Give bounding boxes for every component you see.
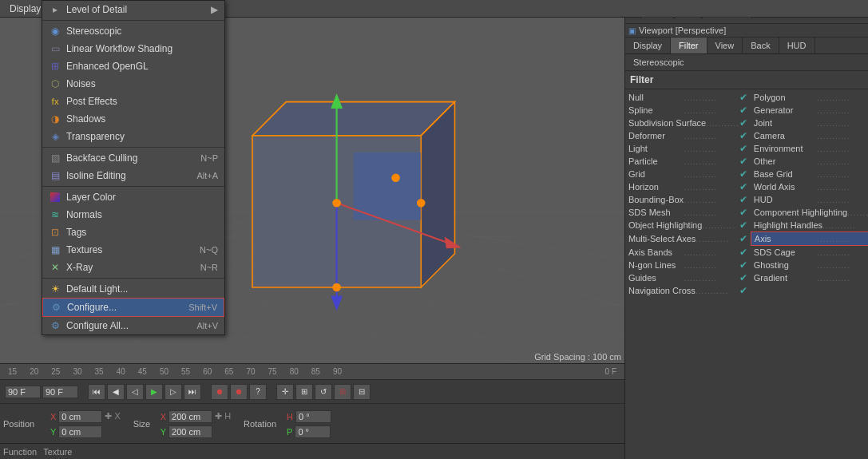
tab-function[interactable]: Function bbox=[3, 447, 37, 457]
start-frame-input[interactable] bbox=[5, 386, 41, 398]
filter-item-deformer[interactable]: Deformer ...........✔ bbox=[625, 129, 751, 142]
menu-item-default-light[interactable]: ☀ Default Light... bbox=[42, 280, 224, 298]
tags-label: Tags bbox=[66, 227, 86, 238]
menu-item-enhanced-opengl[interactable]: ⊞ Enhanced OpenGL bbox=[42, 57, 224, 75]
shadows-label: Shadows bbox=[66, 113, 105, 125]
rotation-p-input[interactable] bbox=[295, 425, 331, 438]
options-dropdown: ▸ Level of Detail ▶ ◉ Stereoscopic ▭ Lin… bbox=[42, 0, 225, 335]
filter-item-guides[interactable]: Guides ...........✔ bbox=[625, 271, 751, 284]
xray-icon: ✕ bbox=[49, 261, 61, 274]
menu-item-isoline[interactable]: ▤ Isoline Editing Alt+A bbox=[42, 167, 224, 184]
size-y-input[interactable] bbox=[168, 425, 212, 438]
filter-item-world-axis[interactable]: World Axis ...........✔ bbox=[751, 180, 868, 193]
filter-item-generator[interactable]: Generator ...........✔ bbox=[751, 104, 868, 117]
filter-item-light[interactable]: Light ...........✔ bbox=[625, 142, 751, 155]
menu-item-normals[interactable]: ≋ Normals bbox=[42, 206, 224, 224]
menu-item-configure-all[interactable]: ⚙ Configure All... Alt+V bbox=[42, 317, 224, 334]
prev-frame-btn[interactable]: ◀ bbox=[107, 384, 125, 400]
menu-item-noises[interactable]: ⬡ Noises bbox=[42, 75, 224, 93]
filter-item-highlight-handles[interactable]: Highlight Handles ...........✔ bbox=[751, 219, 868, 231]
filter-item-camera[interactable]: Camera ...........✔ bbox=[751, 129, 868, 142]
menu-item-transparency[interactable]: ◈ Transparency bbox=[42, 128, 224, 145]
tab-back[interactable]: Back bbox=[743, 38, 779, 53]
menu-item-tags[interactable]: ⊡ Tags bbox=[42, 224, 224, 241]
timeline-ruler: 15 20 25 30 35 40 45 50 55 60 65 70 75 8… bbox=[0, 364, 624, 380]
filter-item-other[interactable]: Other ...........✔ bbox=[751, 155, 868, 168]
tab-stereoscopic[interactable]: Stereoscopic bbox=[625, 54, 692, 70]
menu-item-configure[interactable]: ⚙ Configure... Shift+V bbox=[42, 298, 224, 317]
goto-start-btn[interactable]: ⏮ bbox=[88, 384, 105, 400]
separator3 bbox=[42, 186, 224, 187]
menu-item-level-of-detail[interactable]: ▸ Level of Detail ▶ bbox=[42, 1, 224, 18]
tab-filter[interactable]: Filter bbox=[671, 38, 707, 53]
help-btn[interactable]: ? bbox=[249, 384, 267, 400]
filter-item-multi-select-axes[interactable]: Multi-Select Axes ...........✔ bbox=[625, 231, 751, 246]
position-x-input[interactable] bbox=[58, 410, 102, 423]
filter-item-axis-bands[interactable]: Axis Bands ...........✔ bbox=[625, 246, 751, 259]
filter-item-spline[interactable]: Spline ...........✔ bbox=[625, 104, 751, 117]
tab-texture[interactable]: Texture bbox=[43, 447, 72, 457]
enhanced-opengl-label: Enhanced OpenGL bbox=[66, 61, 149, 72]
move-tool-btn[interactable]: ✛ bbox=[276, 384, 294, 400]
tab-hud[interactable]: HUD bbox=[779, 38, 815, 53]
position-y-input[interactable] bbox=[58, 425, 102, 438]
menu-item-post-effects[interactable]: fx Post Effects bbox=[42, 93, 224, 110]
filter-item-environment[interactable]: Environment ...........✔ bbox=[751, 142, 868, 155]
end-frame-input[interactable] bbox=[42, 386, 78, 398]
filter-tab-bar: Display Filter View Back HUD bbox=[625, 38, 868, 54]
filter-item-object-highlighting[interactable]: Object Highlighting ...........✔ bbox=[625, 219, 751, 231]
menu-item-textures[interactable]: ▦ Textures N~Q bbox=[42, 241, 224, 259]
filter-item-ghosting[interactable]: Ghosting ...........✔ bbox=[751, 259, 868, 271]
menu-item-layer-color[interactable]: Layer Color bbox=[42, 188, 224, 206]
filter-item-navigation-cross[interactable]: Navigation Cross ...........✔ bbox=[625, 284, 751, 297]
rotate-tool-btn[interactable]: ↺ bbox=[315, 384, 332, 400]
filter-item-subdivision-surface[interactable]: Subdivision Surface ...........✔ bbox=[625, 117, 751, 129]
next-frame-btn[interactable]: ▷ bbox=[164, 384, 182, 400]
linear-workflow-icon: ▭ bbox=[49, 42, 61, 55]
post-effects-label: Post Effects bbox=[66, 96, 117, 107]
play-btn[interactable]: ▶ bbox=[145, 384, 163, 400]
play-reverse-btn[interactable]: ◁ bbox=[126, 384, 144, 400]
menu-item-stereoscopic[interactable]: ◉ Stereoscopic bbox=[42, 22, 224, 40]
filter-item-base-grid[interactable]: Base Grid ...........✔ bbox=[751, 168, 868, 180]
menu-item-backface[interactable]: ▧ Backface Culling N~P bbox=[42, 149, 224, 167]
filter-item-gradient[interactable]: Gradient ...........✔ bbox=[751, 271, 868, 284]
menu-item-xray[interactable]: ✕ X-Ray N~R bbox=[42, 259, 224, 276]
menu-item-linear-workflow[interactable]: ▭ Linear Workflow Shading bbox=[42, 40, 224, 57]
normals-icon: ≋ bbox=[49, 208, 61, 221]
filter-item-n-gon-lines[interactable]: N-gon Lines ...........✔ bbox=[625, 259, 751, 271]
record-pos-btn[interactable]: ⏺ bbox=[230, 384, 248, 400]
svg-marker-14 bbox=[252, 102, 454, 136]
xray-label: X-Ray bbox=[66, 262, 93, 273]
filter-item-axis[interactable]: Axis ...........✔ bbox=[751, 231, 868, 246]
filter-item-particle[interactable]: Particle ...........✔ bbox=[625, 155, 751, 168]
configure-icon: ⚙ bbox=[50, 301, 62, 314]
tab-view[interactable]: View bbox=[707, 38, 743, 53]
record-btn[interactable]: ⏺ bbox=[211, 384, 228, 400]
filter-item-hud[interactable]: HUD ...........✔ bbox=[751, 193, 868, 206]
goto-end-btn[interactable]: ⏭ bbox=[184, 384, 201, 400]
scale-tool-btn[interactable]: ⊞ bbox=[295, 384, 313, 400]
stereoscopic-icon: ◉ bbox=[49, 25, 61, 38]
configure-all-shortcut: Alt+V bbox=[180, 321, 218, 330]
filter-item-polygon[interactable]: Polygon ...........✔ bbox=[751, 91, 868, 104]
post-effects-icon: fx bbox=[49, 95, 61, 108]
menu-item-shadows[interactable]: ◑ Shadows bbox=[42, 110, 224, 128]
backface-icon: ▧ bbox=[49, 152, 61, 164]
xray-shortcut: N~R bbox=[184, 263, 218, 272]
filter-item-grid[interactable]: Grid ...........✔ bbox=[625, 168, 751, 180]
filter-item-horizon[interactable]: Horizon ...........✔ bbox=[625, 180, 751, 193]
filter-item-sds-mesh[interactable]: SDS Mesh ...........✔ bbox=[625, 206, 751, 219]
filter-item-joint[interactable]: Joint ...........✔ bbox=[751, 117, 868, 129]
render-btn[interactable]: ⊞ bbox=[334, 384, 351, 400]
svg-point-27 bbox=[391, 173, 400, 182]
filter-item-bounding-box[interactable]: Bounding-Box ...........✔ bbox=[625, 193, 751, 206]
tab-display[interactable]: Display bbox=[625, 38, 671, 53]
size-x-input[interactable] bbox=[168, 410, 212, 423]
filter-item-null[interactable]: Null ...........✔ bbox=[625, 91, 751, 104]
filter-item-component-highlighting[interactable]: Component Highlighting ...........✔ bbox=[751, 206, 868, 219]
filter-item-sds-cage[interactable]: SDS Cage ...........✔ bbox=[751, 246, 868, 259]
rotation-h-input[interactable] bbox=[295, 410, 331, 423]
grid-spacing-label: Grid Spacing : 100 cm bbox=[534, 352, 621, 362]
grid-btn[interactable]: ⊟ bbox=[353, 384, 371, 400]
